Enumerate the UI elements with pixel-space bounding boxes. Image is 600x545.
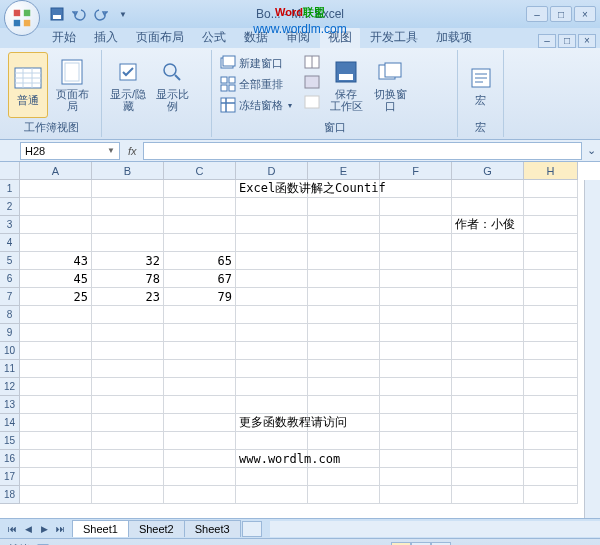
cell-G7[interactable] xyxy=(452,288,524,306)
cell-C13[interactable] xyxy=(164,396,236,414)
col-header-A[interactable]: A xyxy=(20,162,92,180)
row-header-6[interactable]: 6 xyxy=(0,270,20,288)
cell-G13[interactable] xyxy=(452,396,524,414)
cell-H14[interactable] xyxy=(524,414,578,432)
row-header-7[interactable]: 7 xyxy=(0,288,20,306)
cell-F2[interactable] xyxy=(380,198,452,216)
cell-A11[interactable] xyxy=(20,360,92,378)
cell-D6[interactable] xyxy=(236,270,308,288)
cell-A18[interactable] xyxy=(20,486,92,504)
cell-E17[interactable] xyxy=(308,468,380,486)
cell-D14[interactable]: 更多函数教程请访问 xyxy=(236,414,308,432)
view-normal-button[interactable]: 普通 xyxy=(8,52,48,118)
hide-button[interactable] xyxy=(302,74,322,90)
row-header-11[interactable]: 11 xyxy=(0,360,20,378)
cell-D12[interactable] xyxy=(236,378,308,396)
cell-F11[interactable] xyxy=(380,360,452,378)
cell-C5[interactable]: 65 xyxy=(164,252,236,270)
cell-C18[interactable] xyxy=(164,486,236,504)
formula-bar[interactable] xyxy=(143,142,582,160)
cell-F7[interactable] xyxy=(380,288,452,306)
cell-C1[interactable] xyxy=(164,180,236,198)
cell-F16[interactable] xyxy=(380,450,452,468)
spreadsheet-grid[interactable]: Excel函数讲解之Countif作者：小俊433265457867252379… xyxy=(20,180,584,518)
cell-D4[interactable] xyxy=(236,234,308,252)
cell-A2[interactable] xyxy=(20,198,92,216)
row-header-8[interactable]: 8 xyxy=(0,306,20,324)
cell-F18[interactable] xyxy=(380,486,452,504)
cell-G14[interactable] xyxy=(452,414,524,432)
cell-B13[interactable] xyxy=(92,396,164,414)
cell-H5[interactable] xyxy=(524,252,578,270)
cell-B4[interactable] xyxy=(92,234,164,252)
cell-B15[interactable] xyxy=(92,432,164,450)
cell-H4[interactable] xyxy=(524,234,578,252)
cell-A6[interactable]: 45 xyxy=(20,270,92,288)
row-header-13[interactable]: 13 xyxy=(0,396,20,414)
row-header-16[interactable]: 16 xyxy=(0,450,20,468)
cell-G11[interactable] xyxy=(452,360,524,378)
cell-B3[interactable] xyxy=(92,216,164,234)
cell-E11[interactable] xyxy=(308,360,380,378)
cell-A13[interactable] xyxy=(20,396,92,414)
cell-H11[interactable] xyxy=(524,360,578,378)
sheet-nav-first-icon[interactable]: ⏮ xyxy=(4,521,20,537)
col-header-C[interactable]: C xyxy=(164,162,236,180)
cell-D15[interactable] xyxy=(236,432,308,450)
ribbon-tab-7[interactable]: 开发工具 xyxy=(362,27,426,48)
cell-C3[interactable] xyxy=(164,216,236,234)
maximize-button[interactable]: □ xyxy=(550,6,572,22)
cell-D9[interactable] xyxy=(236,324,308,342)
cell-B5[interactable]: 32 xyxy=(92,252,164,270)
view-pagelayout-button[interactable]: 页面布局 xyxy=(52,52,92,118)
cell-H6[interactable] xyxy=(524,270,578,288)
macros-button[interactable]: 宏 xyxy=(464,52,497,118)
cell-D11[interactable] xyxy=(236,360,308,378)
cell-H15[interactable] xyxy=(524,432,578,450)
sheet-nav-next-icon[interactable]: ▶ xyxy=(36,521,52,537)
cell-E18[interactable] xyxy=(308,486,380,504)
cell-G8[interactable] xyxy=(452,306,524,324)
col-header-B[interactable]: B xyxy=(92,162,164,180)
cell-A3[interactable] xyxy=(20,216,92,234)
cell-B11[interactable] xyxy=(92,360,164,378)
cell-E12[interactable] xyxy=(308,378,380,396)
cell-G12[interactable] xyxy=(452,378,524,396)
ribbon-tab-2[interactable]: 页面布局 xyxy=(128,27,192,48)
cell-F12[interactable] xyxy=(380,378,452,396)
qat-dropdown-icon[interactable]: ▼ xyxy=(114,5,132,23)
cell-F1[interactable] xyxy=(380,180,452,198)
col-header-G[interactable]: G xyxy=(452,162,524,180)
cell-D1[interactable]: Excel函数讲解之Countif xyxy=(236,180,308,198)
cell-H9[interactable] xyxy=(524,324,578,342)
cell-A16[interactable] xyxy=(20,450,92,468)
vertical-scrollbar[interactable] xyxy=(584,180,600,518)
cell-D10[interactable] xyxy=(236,342,308,360)
minimize-button[interactable]: – xyxy=(526,6,548,22)
cell-B2[interactable] xyxy=(92,198,164,216)
cell-F15[interactable] xyxy=(380,432,452,450)
row-header-9[interactable]: 9 xyxy=(0,324,20,342)
select-all-corner[interactable] xyxy=(0,162,20,180)
cell-H7[interactable] xyxy=(524,288,578,306)
save-icon[interactable] xyxy=(48,5,66,23)
cell-E15[interactable] xyxy=(308,432,380,450)
row-header-10[interactable]: 10 xyxy=(0,342,20,360)
cell-C8[interactable] xyxy=(164,306,236,324)
unhide-button[interactable] xyxy=(302,94,322,110)
cell-E13[interactable] xyxy=(308,396,380,414)
cell-C14[interactable] xyxy=(164,414,236,432)
cell-E7[interactable] xyxy=(308,288,380,306)
cell-F17[interactable] xyxy=(380,468,452,486)
cell-G1[interactable] xyxy=(452,180,524,198)
cell-H18[interactable] xyxy=(524,486,578,504)
row-header-15[interactable]: 15 xyxy=(0,432,20,450)
cell-D2[interactable] xyxy=(236,198,308,216)
cell-A8[interactable] xyxy=(20,306,92,324)
cell-H1[interactable] xyxy=(524,180,578,198)
row-header-12[interactable]: 12 xyxy=(0,378,20,396)
cell-C12[interactable] xyxy=(164,378,236,396)
cell-C4[interactable] xyxy=(164,234,236,252)
doc-close[interactable]: × xyxy=(578,34,596,48)
cell-G3[interactable]: 作者：小俊 xyxy=(452,216,524,234)
